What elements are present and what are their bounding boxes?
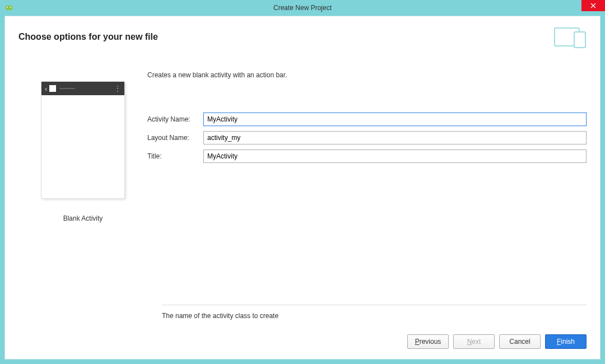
preview-column: ‹ 〰〰〰 ⋮ Blank Activity <box>18 48 147 222</box>
device-preview-icon <box>554 27 587 50</box>
preview-actionbar: ‹ 〰〰〰 ⋮ <box>41 82 124 95</box>
titlebar: Create New Project <box>0 0 605 16</box>
activity-name-label: Activity Name: <box>147 115 203 123</box>
overflow-icon: ⋮ <box>114 85 121 92</box>
back-icon: ‹ <box>45 85 47 93</box>
svg-rect-0 <box>6 6 12 10</box>
previous-button[interactable]: Previous <box>407 334 449 349</box>
title-input[interactable] <box>203 150 587 163</box>
app-icon-placeholder <box>49 85 56 92</box>
hint-text: The name of the activity class to create <box>162 305 587 320</box>
app-icon <box>4 3 13 12</box>
preview-label: Blank Activity <box>63 214 103 222</box>
title-label: Title: <box>147 152 203 160</box>
close-icon <box>590 3 596 8</box>
layout-name-label: Layout Name: <box>147 134 203 142</box>
title-placeholder-icon: 〰〰〰 <box>59 86 112 92</box>
activity-name-input[interactable] <box>203 113 587 126</box>
activity-preview: ‹ 〰〰〰 ⋮ <box>41 81 125 199</box>
button-bar: Previous Next Cancel Finish <box>407 334 587 349</box>
layout-name-row: Layout Name: <box>147 131 587 144</box>
svg-rect-6 <box>574 32 585 48</box>
header: Choose options for your new file <box>5 16 600 48</box>
cancel-button[interactable]: Cancel <box>499 334 541 349</box>
layout-name-input[interactable] <box>203 131 587 144</box>
form-description: Creates a new blank activity with an act… <box>147 71 587 79</box>
page-title: Choose options for your new file <box>18 32 587 42</box>
title-row: Title: <box>147 150 587 163</box>
close-button[interactable] <box>581 0 605 11</box>
window-title: Create New Project <box>273 4 332 12</box>
window-body: Choose options for your new file ‹ 〰〰〰 ⋮… <box>4 16 601 360</box>
next-button: Next <box>453 334 495 349</box>
svg-point-2 <box>10 7 11 8</box>
finish-button[interactable]: Finish <box>545 334 587 349</box>
content: ‹ 〰〰〰 ⋮ Blank Activity Creates a new bla… <box>5 48 600 222</box>
form-column: Creates a new blank activity with an act… <box>147 48 587 222</box>
svg-point-1 <box>7 7 8 8</box>
activity-name-row: Activity Name: <box>147 113 587 126</box>
